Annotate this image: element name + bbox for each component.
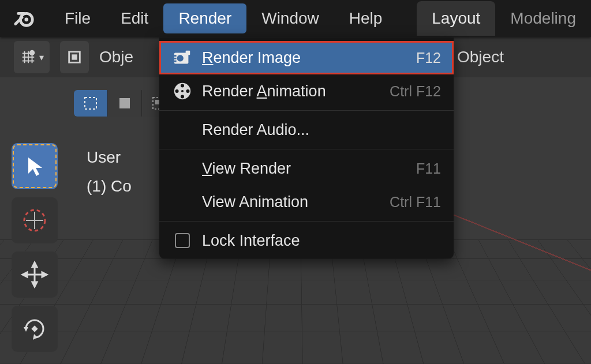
tool-column [12,143,59,352]
svg-point-1 [24,18,28,22]
blank-icon [171,118,194,141]
menu-render-audio[interactable]: Render Audio... [159,113,454,147]
svg-rect-31 [174,58,177,59]
svg-rect-32 [174,61,177,62]
select-mode-vertex[interactable] [74,90,107,117]
chevron-down-icon: ▾ [39,52,44,63]
viewport-text-line1: User [87,143,132,172]
svg-rect-26 [31,325,38,332]
svg-rect-10 [72,54,77,59]
menu-view-animation-shortcut: Ctrl F11 [390,194,441,211]
blank-icon [171,157,194,180]
object-mode-icon [66,48,83,66]
checkbox-empty-icon [171,229,194,252]
menu-render-animation[interactable]: Render Animation Ctrl F12 [159,74,454,108]
workspace-tab-layout[interactable]: Layout [417,1,495,36]
menu-view-render[interactable]: View Render F11 [159,152,454,185]
menu-view-render-label: View Render [202,160,416,178]
mode-selector[interactable] [60,41,89,73]
select-mode-edge[interactable] [107,90,141,117]
menu-render-animation-shortcut: Ctrl F12 [390,83,441,100]
workspace-tab-modeling[interactable]: Modeling [495,1,591,36]
svg-marker-24 [24,327,28,332]
svg-rect-11 [85,97,96,109]
menu-separator-1 [159,110,454,111]
svg-marker-21 [32,282,37,287]
workspace-tabs: Layout Modeling [417,0,591,37]
svg-rect-28 [186,51,190,55]
menu-lock-interface-label: Lock Interface [202,232,441,250]
menu-window[interactable]: Window [246,3,334,33]
tool-select-box[interactable] [12,143,58,189]
menu-render-audio-label: Render Audio... [202,121,441,139]
mode-label: Obje [99,48,133,66]
render-dropdown-menu: Render Image F12 Render Animation Ctrl F… [159,37,454,258]
svg-rect-30 [174,55,177,57]
menu-view-animation-label: View Animation [202,193,390,211]
viewport-text-line2: (1) Co [87,172,132,201]
menu-render-animation-label: Render Animation [202,82,390,100]
svg-point-38 [181,90,184,92]
menu-view-animation[interactable]: View Animation Ctrl F11 [159,185,454,219]
menu-file[interactable]: File [50,3,106,33]
svg-point-8 [29,50,35,55]
menu-separator-3 [159,221,454,222]
film-reel-icon [171,80,194,103]
tool-rotate[interactable] [12,306,58,352]
menu-render-image-label: Render Image [202,49,416,67]
svg-marker-23 [42,272,47,277]
tool-move[interactable] [12,252,58,298]
top-menubar: File Edit Render Window Help Layout Mode… [0,0,591,37]
tool-cursor[interactable] [12,197,58,243]
svg-point-36 [175,89,179,93]
svg-rect-12 [119,98,130,108]
menu-edit[interactable]: Edit [106,3,163,33]
header-trailing-label: Object [457,48,504,66]
menu-help[interactable]: Help [334,3,398,33]
svg-point-37 [186,89,189,93]
svg-marker-20 [32,262,37,267]
menu-view-render-shortcut: F11 [416,160,441,177]
camera-still-icon [171,46,194,69]
menu-lock-interface[interactable]: Lock Interface [159,224,454,257]
blender-logo-icon[interactable] [13,7,36,30]
menu-render-image[interactable]: Render Image F12 [159,41,454,74]
grid-sphere-icon [20,48,37,66]
svg-point-29 [177,55,184,61]
svg-point-34 [181,84,184,88]
svg-marker-25 [33,334,38,340]
svg-point-35 [181,95,184,98]
menu-render[interactable]: Render [163,3,246,33]
blank-icon [171,190,194,213]
menu-render-image-shortcut: F12 [416,50,441,66]
editor-type-selector[interactable]: ▾ [14,41,50,73]
viewport-overlay-text: User (1) Co [87,143,132,201]
menu-separator-2 [159,149,454,149]
svg-marker-22 [23,272,27,277]
